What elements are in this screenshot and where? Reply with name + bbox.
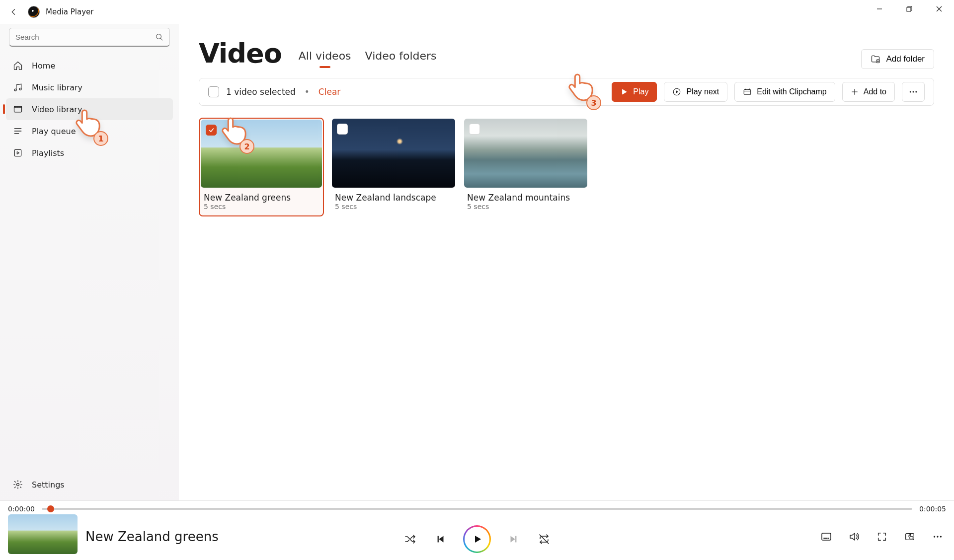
plus-icon [851, 88, 859, 96]
play-label: Play [633, 87, 648, 96]
play-next-label: Play next [686, 87, 719, 96]
video-duration: 5 secs [464, 203, 587, 210]
search-input[interactable] [9, 28, 170, 47]
fullscreen-button[interactable] [874, 528, 890, 545]
sidebar-item-label: Music library [32, 83, 82, 92]
sidebar-item-label: Play queue [32, 127, 76, 136]
tab-label: Video folders [365, 50, 437, 62]
add-to-button[interactable]: Add to [842, 82, 895, 102]
play-next-button[interactable]: Play next [664, 82, 727, 102]
more-actions-button[interactable] [902, 82, 925, 102]
svg-rect-16 [515, 536, 516, 543]
video-thumbnail[interactable] [464, 119, 587, 188]
titlebar: Media Player [0, 0, 954, 24]
sidebar-item-music[interactable]: Music library [6, 76, 173, 98]
tab-label: All videos [299, 50, 351, 62]
add-to-label: Add to [864, 87, 886, 96]
svg-point-22 [940, 536, 942, 537]
svg-rect-17 [822, 533, 831, 540]
svg-point-14 [915, 91, 917, 93]
svg-point-21 [937, 536, 938, 537]
app-icon [28, 6, 40, 18]
video-duration: 5 secs [201, 203, 322, 210]
queue-icon [13, 126, 23, 136]
captions-button[interactable] [818, 528, 835, 545]
sidebar-item-queue[interactable]: Play queue [6, 120, 173, 142]
sidebar-item-video[interactable]: Video library [6, 98, 173, 120]
transport-controls [401, 525, 553, 553]
app-title: Media Player [46, 7, 94, 16]
player-bar: 0:00:00 0:00:05 New Zealand greens [0, 500, 954, 560]
video-title: New Zealand greens [201, 193, 322, 203]
more-icon [908, 87, 918, 97]
now-playing-thumbnail[interactable] [8, 514, 78, 554]
video-checkbox[interactable] [469, 124, 480, 135]
video-checkbox[interactable] [337, 124, 348, 135]
svg-point-4 [19, 88, 21, 90]
svg-rect-1 [907, 7, 911, 11]
maximize-button[interactable] [894, 0, 924, 18]
video-grid: New Zealand greens 5 secs New Zealand la… [199, 118, 934, 216]
clipchamp-icon [743, 87, 752, 96]
svg-rect-15 [438, 536, 439, 543]
close-button[interactable] [924, 0, 954, 18]
add-folder-label: Add folder [886, 54, 925, 64]
add-folder-icon [871, 54, 880, 64]
video-checkbox[interactable] [206, 125, 217, 136]
svg-rect-7 [14, 149, 21, 156]
miniplayer-button[interactable] [901, 528, 918, 545]
selection-bar: 1 video selected • Clear Play Play next … [199, 78, 934, 106]
page-title: Video [199, 38, 282, 69]
svg-point-20 [934, 536, 935, 537]
gear-icon [13, 480, 23, 490]
video-title: New Zealand mountains [464, 193, 587, 203]
video-card[interactable]: New Zealand landscape 5 secs [331, 118, 456, 216]
settings-label: Settings [32, 480, 65, 490]
svg-point-8 [17, 484, 19, 486]
next-button[interactable] [505, 531, 522, 548]
seek-thumb[interactable] [47, 505, 54, 512]
playlists-icon [13, 148, 23, 158]
video-thumbnail[interactable] [201, 120, 322, 188]
clear-selection-link[interactable]: Clear [318, 87, 340, 97]
player-more-button[interactable] [929, 528, 946, 545]
back-button[interactable] [6, 4, 22, 20]
edit-label: Edit with Clipchamp [757, 87, 827, 96]
play-next-icon [672, 87, 681, 96]
selection-status: 1 video selected [226, 87, 296, 97]
video-title: New Zealand landscape [332, 193, 455, 203]
sidebar-item-home[interactable]: Home [6, 55, 173, 76]
main-content: Video All videos Video folders Add folde… [179, 24, 954, 500]
sidebar-item-label: Video library [32, 105, 82, 114]
video-thumbnail[interactable] [332, 119, 455, 188]
sidebar-item-label: Home [32, 61, 55, 70]
video-duration: 5 secs [332, 203, 455, 210]
play-pause-button[interactable] [463, 525, 491, 553]
volume-button[interactable] [846, 528, 863, 545]
add-folder-button[interactable]: Add folder [861, 49, 935, 69]
video-card[interactable]: New Zealand mountains 5 secs [463, 118, 588, 216]
play-button[interactable]: Play [612, 82, 657, 102]
svg-rect-19 [910, 537, 913, 539]
edit-clipchamp-button[interactable]: Edit with Clipchamp [734, 82, 835, 102]
home-icon [13, 61, 23, 70]
minimize-button[interactable] [865, 0, 894, 18]
total-time: 0:00:05 [919, 505, 946, 513]
svg-point-12 [910, 91, 911, 93]
separator: • [305, 87, 310, 97]
sidebar: Home Music library Video library Play qu… [0, 24, 179, 500]
sidebar-item-settings[interactable]: Settings [6, 474, 173, 495]
sidebar-item-playlists[interactable]: Playlists [6, 142, 173, 164]
select-all-checkbox[interactable] [208, 86, 219, 97]
tab-video-folders[interactable]: Video folders [365, 50, 437, 67]
tabs: All videos Video folders [299, 50, 437, 69]
shuffle-button[interactable] [401, 531, 418, 548]
repeat-button[interactable] [536, 531, 553, 548]
previous-button[interactable] [432, 531, 449, 548]
now-playing-title: New Zealand greens [85, 529, 219, 544]
video-card[interactable]: New Zealand greens 5 secs [199, 118, 324, 216]
seek-slider[interactable] [42, 508, 912, 510]
svg-point-13 [913, 91, 914, 93]
sidebar-item-label: Playlists [32, 148, 64, 158]
tab-all-videos[interactable]: All videos [299, 50, 351, 67]
